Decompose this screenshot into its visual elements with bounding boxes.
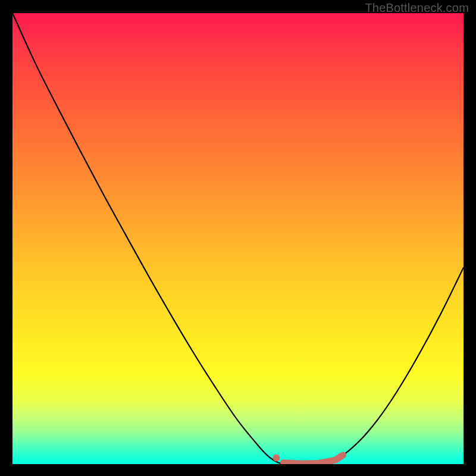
plot-gradient-area: [12, 13, 464, 464]
watermark-text[interactable]: TheBottleneck.com: [365, 1, 469, 15]
chart-container: TheBottleneck.com: [0, 0, 476, 476]
